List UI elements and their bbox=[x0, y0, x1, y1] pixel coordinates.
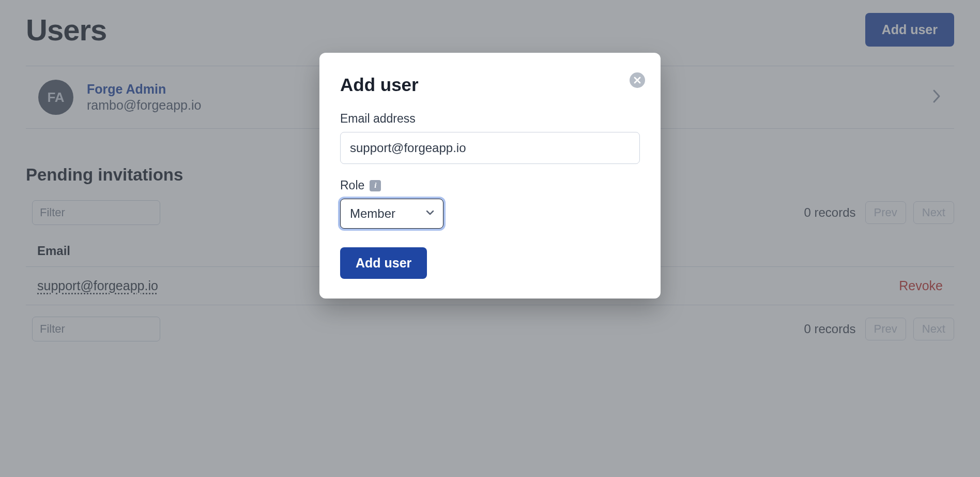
modal-title: Add user bbox=[340, 74, 640, 95]
email-label-text: Email address bbox=[340, 112, 416, 126]
info-icon[interactable]: i bbox=[370, 180, 381, 191]
modal-add-user-button[interactable]: Add user bbox=[340, 247, 427, 279]
email-field[interactable] bbox=[340, 132, 640, 164]
role-select[interactable]: Member bbox=[340, 199, 443, 229]
email-label: Email address bbox=[340, 112, 640, 126]
role-label-text: Role bbox=[340, 178, 364, 192]
modal-overlay[interactable]: Add user Email address Role i Member Add… bbox=[0, 0, 980, 477]
role-label: Role i bbox=[340, 178, 640, 192]
close-icon[interactable] bbox=[630, 72, 645, 88]
add-user-modal: Add user Email address Role i Member Add… bbox=[319, 53, 661, 299]
